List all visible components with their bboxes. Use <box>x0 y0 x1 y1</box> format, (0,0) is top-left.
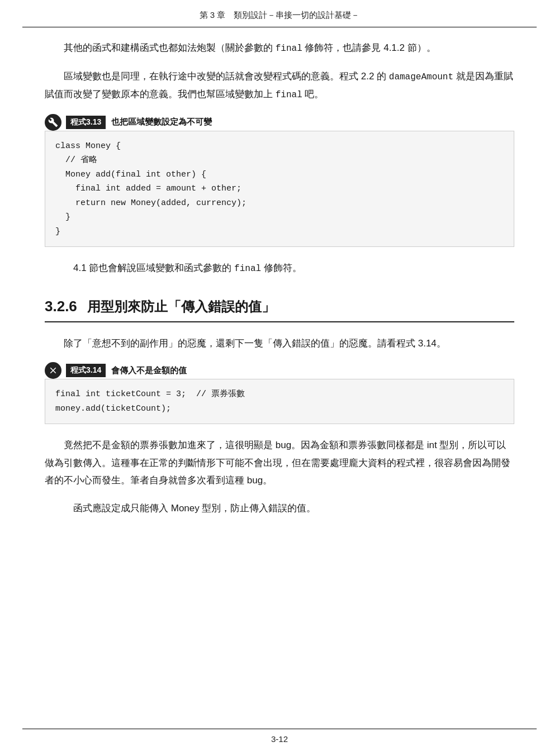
section-326-heading: 3.2.6 用型別來防止「傳入錯誤的值」 <box>45 298 514 322</box>
page-number-text: 3-12 <box>271 734 288 744</box>
para2-text: 區域變數也是同理，在執行途中改變的話就會改變程式碼的意義。程式 2.2 的 da… <box>45 71 513 100</box>
code313-label-wrap: 程式3.13 也把區域變數設定為不可變 <box>45 114 514 131</box>
code313-desc: 也把區域變數設定為不可變 <box>111 117 212 127</box>
paragraph-3: 4.1 節也會解說區域變數和函式參數的 final 修飾符。 <box>45 259 514 278</box>
code313-tag: 程式3.13 <box>66 116 106 129</box>
bottom-rule <box>22 729 537 729</box>
paragraph-6: 函式應設定成只能傳入 Money 型別，防止傳入錯誤的值。 <box>45 500 514 517</box>
code313-block: class Money { // 省略 Money add(final int … <box>45 131 514 248</box>
section-number: 3.2.6 <box>45 298 77 315</box>
para1-text: 其他的函式和建構函式也都如法炮製（關於參數的 final 修飾符，也請參見 4.… <box>64 42 436 53</box>
page-number: 3-12 <box>0 734 559 744</box>
para6-text: 函式應設定成只能傳入 Money 型別，防止傳入錯誤的值。 <box>73 503 316 513</box>
code314-content: final int ticketCount = 3; // 票券張數 money… <box>55 389 245 413</box>
code313-content: class Money { // 省略 Money add(final int … <box>55 141 247 236</box>
wrench-icon <box>45 114 61 131</box>
x-svg <box>48 365 58 375</box>
para3-text: 4.1 節也會解說區域變數和函式參數的 final 修飾符。 <box>73 263 302 273</box>
chapter-header: 第 3 章 類別設計－串接一切的設計基礎－ <box>0 10 559 21</box>
page: 第 3 章 類別設計－串接一切的設計基礎－ 其他的函式和建構函式也都如法炮製（關… <box>0 0 559 756</box>
top-rule <box>22 27 537 27</box>
chapter-header-text: 第 3 章 類別設計－串接一切的設計基礎－ <box>200 10 360 20</box>
para5-text: 竟然把不是金額的票券張數加進來了，這很明顯是 bug。因為金額和票券張數同樣都是… <box>45 440 510 486</box>
x-mark-icon <box>45 362 61 379</box>
code314-desc: 會傳入不是金額的值 <box>111 365 187 376</box>
code314-label-wrap: 程式3.14 會傳入不是金額的值 <box>45 362 514 379</box>
paragraph-4: 除了「意想不到的副作用」的惡魔，還剩下一隻「傳入錯誤的值」的惡魔。請看程式 3.… <box>45 335 514 352</box>
code314-tag: 程式3.14 <box>66 364 106 377</box>
section-title: 用型別來防止「傳入錯誤的值」 <box>87 298 275 316</box>
paragraph-1: 其他的函式和建構函式也都如法炮製（關於參數的 final 修飾符，也請參見 4.… <box>45 39 514 58</box>
paragraph-5: 竟然把不是金額的票券張數加進來了，這很明顯是 bug。因為金額和票券張數同樣都是… <box>45 436 514 489</box>
wrench-svg <box>48 117 58 127</box>
para4-text: 除了「意想不到的副作用」的惡魔，還剩下一隻「傳入錯誤的值」的惡魔。請看程式 3.… <box>64 338 446 349</box>
code314-block: final int ticketCount = 3; // 票券張數 money… <box>45 379 514 424</box>
paragraph-2: 區域變數也是同理，在執行途中改變的話就會改變程式碼的意義。程式 2.2 的 da… <box>45 68 514 104</box>
main-content: 其他的函式和建構函式也都如法炮製（關於參數的 final 修飾符，也請參見 4.… <box>0 0 559 572</box>
